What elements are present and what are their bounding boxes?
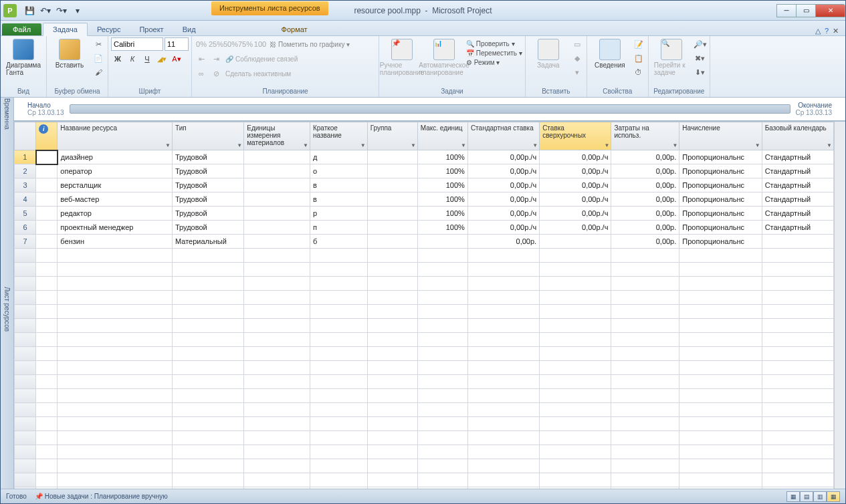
cell-type[interactable]: Трудовой (172, 178, 243, 193)
indicator-cell[interactable] (36, 221, 58, 235)
table-row[interactable]: 7бензинМатериальныйб0,00р.0,00р.Пропорци… (15, 235, 834, 249)
col-cost-use[interactable]: Затраты на использ.▼ (611, 122, 679, 150)
dropdown-icon[interactable]: ▼ (360, 142, 366, 148)
row-number[interactable]: 2 (15, 164, 36, 178)
indicator-header[interactable]: i (36, 122, 58, 150)
table-row-empty[interactable] (15, 333, 834, 347)
cell-type[interactable]: Трудовой (172, 207, 243, 221)
summary-icon[interactable]: ▭ (570, 37, 584, 51)
cell-std-rate[interactable]: 0,00р./ч (467, 178, 539, 193)
cell-group[interactable] (367, 235, 417, 249)
cell-units[interactable] (244, 193, 310, 207)
tab-file[interactable]: Файл (2, 23, 41, 35)
timeline-sidebar-label[interactable]: Временна (1, 98, 14, 130)
cell-std-rate[interactable]: 0,00р./ч (467, 207, 539, 221)
gantt-chart-button[interactable]: Диаграмма Ганта (3, 37, 43, 78)
cell-max[interactable]: 100% (417, 193, 467, 207)
tab-resource[interactable]: Ресурс (88, 23, 130, 35)
dropdown-icon[interactable]: ▼ (604, 142, 609, 148)
cell-short[interactable]: б (310, 235, 367, 249)
cell-group[interactable] (367, 193, 417, 207)
row-number[interactable]: 6 (15, 221, 36, 235)
cell-units[interactable] (244, 207, 310, 221)
cell-std-rate[interactable]: 0,00р./ч (467, 193, 539, 207)
col-type[interactable]: Тип▼ (172, 122, 243, 150)
row-number[interactable]: 4 (15, 193, 36, 207)
table-row-empty[interactable] (15, 249, 834, 263)
cell-short[interactable]: о (310, 164, 367, 178)
cell-ovt-rate[interactable]: 0,00р./ч (540, 178, 611, 193)
close-button[interactable]: ✕ (815, 4, 845, 17)
col-ovt-rate[interactable]: Ставка сверхурочных▼ (540, 122, 611, 150)
resource-sheet-grid[interactable]: i Название ресурса▼ Тип▼ Единицы измерен… (14, 122, 834, 489)
cell-name[interactable]: веб-мастер (58, 193, 173, 207)
table-row[interactable]: 2операторТрудовойо100%0,00р./ч0,00р./ч0,… (15, 164, 834, 178)
doc-close-icon[interactable]: ✕ (833, 27, 839, 35)
cell-max[interactable]: 100% (417, 207, 467, 221)
cell-name[interactable]: редактор (58, 207, 173, 221)
cell-ovt-rate[interactable]: 0,00р./ч (540, 207, 611, 221)
tab-format[interactable]: Формат (272, 23, 317, 35)
cell-cost-use[interactable]: 0,00р. (611, 164, 679, 178)
unlink-icon[interactable]: ⊘ (209, 67, 223, 80)
notes-icon[interactable]: 📝 (632, 37, 645, 51)
format-painter-icon[interactable]: 🖌 (92, 66, 105, 79)
bold-button[interactable]: Ж (111, 53, 124, 65)
dropdown-icon[interactable]: ▼ (461, 142, 466, 148)
view-gantt-icon[interactable]: ▦ (786, 491, 800, 502)
link-tasks-icon[interactable]: ∞ (195, 67, 208, 80)
cell-accrue[interactable]: Пропорциональнс (679, 150, 762, 164)
undo-icon[interactable]: ↶▾ (38, 3, 53, 18)
task-insert-button[interactable]: Задача (528, 37, 568, 70)
font-size-input[interactable] (165, 37, 189, 51)
vertical-scrollbar[interactable] (834, 122, 845, 489)
table-row-empty[interactable] (15, 319, 834, 333)
cell-max[interactable]: 100% (417, 221, 467, 235)
pct-50-icon[interactable]: 50% (224, 37, 237, 51)
dropdown-icon[interactable]: ▼ (411, 142, 416, 148)
paste-button[interactable]: Вставить (49, 37, 90, 70)
cell-cost-use[interactable]: 0,00р. (611, 221, 679, 235)
indent-icon[interactable]: ⇥ (209, 52, 223, 66)
cell-accrue[interactable]: Пропорциональнс (679, 207, 762, 221)
col-accrue[interactable]: Начисление▼ (679, 122, 762, 150)
table-row-empty[interactable] (15, 403, 834, 417)
cell-ovt-rate[interactable]: 0,00р./ч (540, 150, 611, 164)
table-row-empty[interactable] (15, 277, 834, 291)
cell-ovt-rate[interactable]: 0,00р./ч (540, 193, 611, 207)
cell-ovt-rate[interactable] (540, 235, 611, 249)
pct-0-icon[interactable]: 0% (195, 37, 208, 51)
cell-short[interactable]: в (310, 193, 367, 207)
indicator-cell[interactable] (36, 150, 58, 164)
table-row-empty[interactable] (15, 459, 834, 473)
cell-calendar[interactable]: Стандартный (762, 207, 833, 221)
tab-project[interactable]: Проект (130, 23, 173, 35)
view-usage-icon[interactable]: ▤ (800, 491, 813, 502)
indicator-cell[interactable] (36, 164, 58, 178)
outdent-icon[interactable]: ⇤ (195, 52, 208, 66)
col-short[interactable]: Краткое название▼ (310, 122, 367, 150)
col-name[interactable]: Название ресурса▼ (58, 122, 173, 150)
table-row-empty[interactable] (15, 389, 834, 403)
cell-calendar[interactable]: Стандартный (762, 164, 833, 178)
cell-std-rate[interactable]: 0,00р./ч (467, 164, 539, 178)
cell-cost-use[interactable]: 0,00р. (611, 193, 679, 207)
cell-cost-use[interactable]: 0,00р. (611, 150, 679, 164)
indicator-cell[interactable] (36, 235, 58, 249)
cell-units[interactable] (244, 150, 310, 164)
indicator-cell[interactable] (36, 178, 58, 193)
cell-group[interactable] (367, 178, 417, 193)
cell-group[interactable] (367, 221, 417, 235)
cell-std-rate[interactable]: 0,00р./ч (467, 221, 539, 235)
table-row-empty[interactable] (15, 347, 834, 361)
row-number[interactable]: 1 (15, 150, 36, 164)
pct-25-icon[interactable]: 25% (209, 37, 223, 51)
cell-std-rate[interactable]: 0,00р. (467, 235, 539, 249)
inactivate-button[interactable]: Сделать неактивным (224, 67, 292, 80)
italic-button[interactable]: К (126, 53, 139, 65)
manual-schedule-button[interactable]: 📌 Ручное планирование (382, 37, 422, 78)
cell-ovt-rate[interactable]: 0,00р./ч (540, 164, 611, 178)
cell-units[interactable] (244, 164, 310, 178)
table-row[interactable]: 5редакторТрудовойр100%0,00р./ч0,00р./ч0,… (15, 207, 834, 221)
mode-button[interactable]: ⚙ Режим ▾ (466, 59, 522, 66)
